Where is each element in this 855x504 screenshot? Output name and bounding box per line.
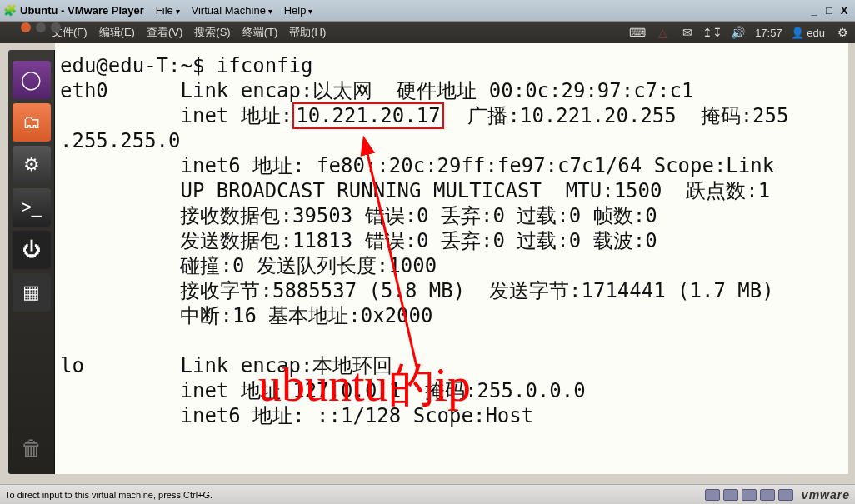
- keyboard-icon[interactable]: ⌨: [630, 25, 645, 40]
- minimize-button[interactable]: _: [807, 4, 822, 17]
- ubuntu-menu-help[interactable]: 帮助(H): [289, 25, 326, 40]
- menu-file[interactable]: File: [156, 4, 180, 17]
- warning-icon[interactable]: △: [655, 25, 670, 40]
- ubuntu-menu-search[interactable]: 搜索(S): [194, 25, 230, 40]
- terminal-icon[interactable]: >_: [12, 188, 51, 227]
- window-title: Ubuntu - VMware Player: [20, 4, 144, 17]
- settings-icon[interactable]: ⚙: [12, 146, 51, 184]
- workspace-icon[interactable]: ▦: [12, 273, 51, 312]
- volume-icon[interactable]: 🔊: [730, 25, 745, 40]
- output-line: 接收字节:5885537 (5.8 MB) 发送字节:1714441 (1.7 …: [60, 279, 774, 302]
- vmware-icon: 🧩: [3, 4, 17, 17]
- output-line: inet6 地址: fe80::20c:29ff:fe97:c7c1/64 Sc…: [60, 154, 774, 177]
- menu-help[interactable]: Help: [284, 4, 313, 17]
- maximize-button[interactable]: □: [822, 4, 837, 17]
- files-icon[interactable]: 🗂: [12, 103, 51, 142]
- trash-icon[interactable]: 🗑: [12, 429, 51, 467]
- output-line: .255.255.0: [60, 129, 181, 152]
- device-icon[interactable]: [723, 489, 738, 501]
- output-line: eth0 Link encap:以太网 硬件地址 00:0c:29:97:c7:…: [60, 79, 693, 102]
- vmware-titlebar: 🧩 Ubuntu - VMware Player File Virtual Ma…: [0, 0, 855, 22]
- highlighted-ip: 10.221.20.17: [292, 102, 443, 129]
- output-line: 中断:16 基本地址:0x2000: [60, 304, 432, 327]
- command: ifconfig: [217, 54, 313, 77]
- output-line: 发送数据包:11813 错误:0 丢弃:0 过载:0 载波:0: [60, 229, 658, 252]
- menu-virtual-machine[interactable]: Virtual Machine: [192, 4, 272, 17]
- window-min-dot[interactable]: [36, 22, 46, 32]
- output-line: UP BROADCAST RUNNING MULTICAST MTU:1500 …: [60, 179, 770, 202]
- ubuntu-menubar: 文件(F) 编辑(E) 查看(V) 搜索(S) 终端(T) 帮助(H) ⌨ △ …: [0, 22, 855, 43]
- output-line: 广播:10.221.20.255 掩码:255: [444, 104, 789, 127]
- ubuntu-menu-edit[interactable]: 编辑(E): [99, 25, 135, 40]
- terminal-output[interactable]: edu@edu-T:~$ ifconfig eth0 Link encap:以太…: [55, 43, 848, 474]
- vmware-brand: vmware: [802, 488, 850, 502]
- ubuntu-menu-terminal[interactable]: 终端(T): [242, 25, 278, 40]
- vmware-statusbar: To direct input to this virtual machine,…: [0, 484, 855, 504]
- output-line: inet 地址:127.0.0.1 掩码:255.0.0.0: [60, 379, 586, 402]
- output-line: lo Link encap:本地环回: [60, 354, 392, 377]
- launcher-sidebar: ◯ 🗂 ⚙ >_ ⏻ ▦ 🗑: [8, 50, 55, 474]
- clock[interactable]: 17:57: [755, 27, 782, 39]
- user-menu[interactable]: 👤 edu: [791, 27, 825, 39]
- window-max-dot[interactable]: [51, 22, 61, 32]
- device-icon[interactable]: [742, 489, 757, 501]
- gear-icon[interactable]: ⚙: [835, 25, 850, 40]
- output-line: 碰撞:0 发送队列长度:1000: [60, 254, 437, 277]
- mail-icon[interactable]: ✉: [680, 25, 695, 40]
- status-hint: To direct input to this virtual machine,…: [5, 490, 212, 500]
- output-line: 接收数据包:39503 错误:0 丢弃:0 过载:0 帧数:0: [60, 204, 658, 227]
- device-icon[interactable]: [760, 489, 775, 501]
- prompt: edu@edu-T:~$: [60, 54, 217, 77]
- network-icon[interactable]: ↥↧: [705, 25, 720, 40]
- disk-icon[interactable]: ⏻: [12, 231, 51, 269]
- window-close-dot[interactable]: [21, 22, 31, 32]
- ubuntu-menu-view[interactable]: 查看(V): [147, 25, 182, 40]
- close-button[interactable]: X: [837, 4, 852, 17]
- output-line: inet6 地址: ::1/128 Scope:Host: [60, 404, 533, 427]
- device-icon[interactable]: [705, 489, 720, 501]
- output-line: inet 地址:: [60, 104, 292, 127]
- device-icon[interactable]: [778, 489, 793, 501]
- window-controls: [21, 22, 61, 32]
- dash-icon[interactable]: ◯: [12, 61, 51, 99]
